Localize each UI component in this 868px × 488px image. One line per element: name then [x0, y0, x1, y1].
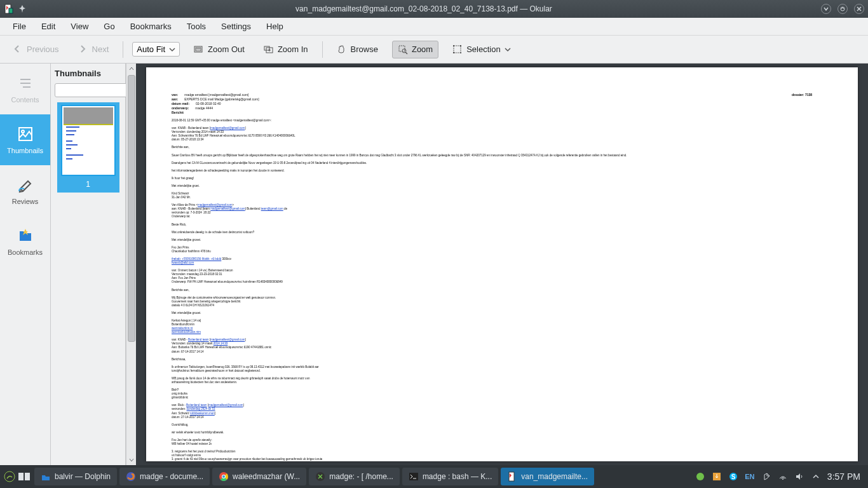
- zoom-combo[interactable]: Auto Fit: [132, 42, 180, 57]
- scroll-up-icon[interactable]: [126, 64, 137, 74]
- svg-point-40: [782, 478, 783, 480]
- previous-button: Previous: [8, 41, 64, 58]
- tray-clipboard-icon[interactable]: [761, 471, 771, 482]
- menu-settings[interactable]: Settings: [214, 19, 259, 34]
- taskbar-app-firefox[interactable]: madge - docume...: [119, 468, 210, 485]
- thumbnail-item[interactable]: [57, 102, 119, 179]
- menu-bookmarks[interactable]: Bookmarks: [123, 19, 179, 34]
- separator: [123, 41, 123, 58]
- thumbnails-icon: [17, 125, 34, 143]
- tab-contents-label: Contents: [11, 96, 39, 104]
- svg-rect-10: [399, 46, 405, 51]
- document-area: dossier: 7138 van:madge emailtest [madge…: [126, 64, 868, 465]
- next-label: Next: [92, 44, 109, 54]
- chevron-down-icon: [169, 46, 175, 53]
- scrollbar-left[interactable]: [126, 64, 136, 465]
- maximize-button[interactable]: [837, 4, 848, 14]
- scroll-thumb[interactable]: [128, 75, 135, 342]
- svg-rect-33: [409, 473, 418, 480]
- taskbar-app-konsole[interactable]: madge : bash — K...: [402, 468, 498, 485]
- zoom-out-button[interactable]: Zoom Out: [189, 41, 250, 58]
- close-button[interactable]: [854, 4, 864, 14]
- tray-volume-icon[interactable]: [794, 471, 804, 482]
- zoom-combo-value: Auto Fit: [137, 44, 165, 54]
- zoom-in-label: Zoom In: [278, 44, 308, 54]
- scroll-down-icon[interactable]: [126, 455, 137, 465]
- toolbar: Previous Next Auto Fit Zoom Out Zoom In …: [0, 36, 868, 64]
- window-titlebar: van_madgemailtest@gmail.com_02-08-2018_0…: [0, 0, 868, 18]
- tab-thumbnails[interactable]: Thumbnails: [0, 114, 50, 165]
- firefox-icon: [126, 471, 136, 482]
- svg-rect-1: [9, 8, 13, 13]
- svg-point-22: [22, 130, 24, 133]
- zoom-icon: [398, 44, 408, 55]
- browse-label: Browse: [351, 44, 378, 54]
- activity-icon[interactable]: [18, 471, 32, 482]
- svg-line-12: [405, 52, 407, 54]
- menu-go[interactable]: Go: [96, 19, 122, 34]
- reviews-icon: [17, 176, 34, 194]
- svg-rect-6: [264, 46, 269, 50]
- svg-rect-15: [460, 45, 461, 46]
- tray-network-icon[interactable]: [778, 471, 788, 482]
- pdf-page: dossier: 7138 van:madge emailtest [madge…: [146, 67, 858, 461]
- tab-thumbnails-label: Thumbnails: [7, 147, 43, 154]
- tray-update-icon[interactable]: [712, 471, 722, 482]
- pin-icon[interactable]: [18, 4, 27, 13]
- tab-contents[interactable]: Contents: [0, 64, 50, 114]
- zoom-in-icon: [264, 44, 274, 55]
- zoom-out-icon: [194, 44, 204, 55]
- app-icon: [4, 4, 14, 14]
- menu-tools[interactable]: Tools: [179, 19, 214, 34]
- clock[interactable]: 3:57 PM: [827, 471, 860, 482]
- previous-label: Previous: [27, 44, 59, 54]
- zoom-tool-button[interactable]: Zoom: [392, 41, 438, 58]
- selection-icon: [452, 44, 463, 55]
- svg-text:S: S: [731, 473, 736, 480]
- svg-rect-17: [460, 52, 461, 53]
- svg-rect-16: [453, 52, 454, 53]
- browse-button[interactable]: Browse: [332, 41, 383, 58]
- taskbar-app-okular[interactable]: van_madgemailte...: [501, 468, 594, 485]
- svg-point-31: [222, 475, 225, 478]
- page-canvas[interactable]: dossier: 7138 van:madge emailtest [madge…: [136, 64, 868, 465]
- menu-edit[interactable]: Edit: [34, 19, 63, 34]
- svg-point-36: [696, 473, 704, 480]
- menu-view[interactable]: View: [63, 19, 96, 34]
- tab-reviews[interactable]: Reviews: [0, 165, 50, 216]
- selection-label: Selection: [466, 44, 500, 54]
- chevron-down-icon: [505, 46, 511, 53]
- tray-lang[interactable]: EN: [745, 471, 755, 482]
- zoom-out-label: Zoom Out: [208, 44, 245, 54]
- svg-rect-21: [19, 128, 32, 140]
- menubar: File Edit View Go Bookmarks Tools Settin…: [0, 18, 868, 36]
- svg-rect-13: [454, 46, 461, 53]
- zoom-tool-label: Zoom: [412, 44, 433, 54]
- dolphin-icon: [41, 471, 51, 482]
- taskbar-app-kate[interactable]: madge: - [ /home...: [309, 468, 400, 485]
- side-panel-tabs: Contents Thumbnails Reviews Bookmarks: [0, 64, 51, 465]
- menu-file[interactable]: File: [5, 19, 34, 34]
- selection-button[interactable]: Selection: [447, 41, 515, 58]
- window-title: van_madgemailtest@gmail.com_02-08-2018_0…: [27, 4, 821, 13]
- taskbar-app-chrome[interactable]: waleedmazhar (W...: [212, 468, 306, 485]
- tab-reviews-label: Reviews: [12, 198, 39, 205]
- tray-skype-icon[interactable]: S: [728, 471, 738, 482]
- start-menu-button[interactable]: [4, 471, 15, 482]
- separator: [322, 41, 323, 58]
- chrome-icon: [219, 471, 229, 482]
- svg-rect-14: [453, 45, 454, 46]
- zoom-in-button[interactable]: Zoom In: [259, 41, 313, 58]
- bookmarks-icon: [17, 227, 34, 245]
- okular-icon: [507, 471, 517, 482]
- taskbar-app-dolphin[interactable]: balvir — Dolphin: [34, 468, 117, 485]
- tray-green-icon[interactable]: [695, 471, 705, 482]
- minimize-button[interactable]: [821, 4, 831, 14]
- tab-bookmarks[interactable]: Bookmarks: [0, 216, 50, 267]
- menu-help[interactable]: Help: [259, 19, 291, 34]
- tab-bookmarks-label: Bookmarks: [8, 248, 43, 256]
- next-button: Next: [73, 41, 114, 58]
- tray-expand-icon[interactable]: [811, 471, 821, 482]
- main-area: Contents Thumbnails Reviews Bookmarks Th…: [0, 64, 868, 465]
- thumbnail-page-number: 1: [57, 177, 119, 193]
